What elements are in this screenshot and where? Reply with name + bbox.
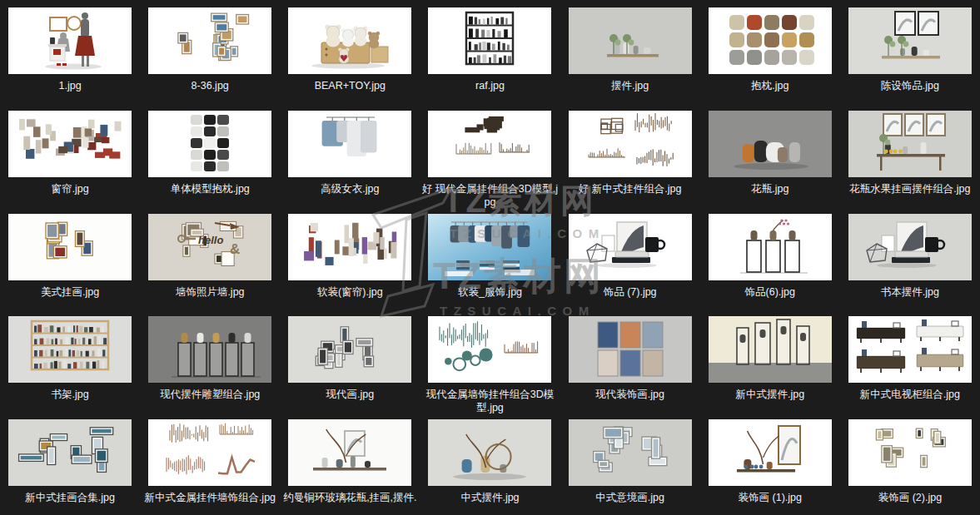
file-label: 现代金属墙饰挂件组合3D模型.jpg — [420, 388, 559, 414]
file-thumbnail — [288, 419, 411, 486]
file-thumbnail — [848, 419, 972, 486]
file-item[interactable]: 8-36.jpg — [140, 0, 280, 103]
file-label: BEAR+TOY.jpg — [315, 79, 386, 92]
file-thumbnail — [428, 419, 551, 486]
file-item[interactable]: 新中式电视柜组合.jpg — [840, 309, 980, 412]
file-item[interactable]: 1.jpg — [0, 0, 140, 103]
file-item[interactable]: 软装_服饰.jpg — [420, 206, 560, 309]
file-item[interactable]: 书架.jpg — [0, 309, 140, 412]
file-label: 花瓶水果挂画摆件组合.jpg — [849, 182, 970, 196]
file-label: 摆件.jpg — [611, 79, 649, 92]
file-label: raf.jpg — [475, 79, 505, 92]
file-grid: 1.jpg 8-36.jpg BEAR+TOY.jpg raf.jpg 摆件.j… — [0, 0, 980, 515]
file-label: 书本摆件.jpg — [881, 285, 939, 299]
file-item[interactable]: 单体模型抱枕.jpg — [140, 103, 280, 206]
file-label: 陈设饰品.jpg — [881, 79, 939, 92]
file-thumbnail — [709, 111, 832, 177]
file-item[interactable]: 花瓶.jpg — [700, 103, 840, 206]
file-thumbnail — [148, 111, 271, 177]
file-label: 好 新中式挂件组合.jpg — [579, 182, 682, 196]
file-thumbnail — [569, 111, 692, 177]
file-thumbnail — [709, 419, 832, 486]
file-label: 墙饰照片墙.jpg — [176, 285, 245, 299]
file-label: 现代摆件雕塑组合.jpg — [160, 388, 260, 401]
file-item[interactable]: 现代金属墙饰挂件组合3D模型.jpg — [420, 309, 560, 412]
file-label: 约曼铜环玻璃花瓶,挂画,摆件. — [283, 491, 416, 504]
file-label: 抱枕.jpg — [751, 79, 788, 92]
file-thumbnail: hello& — [148, 214, 271, 280]
file-item[interactable]: 中式意境画.jpg — [560, 412, 700, 515]
file-label: 单体模型抱枕.jpg — [171, 182, 250, 196]
file-label: 新中式摆件.jpg — [735, 388, 804, 401]
file-browser-canvas: { "page": { "background": "#1c1c1c", "la… — [0, 0, 980, 515]
file-item[interactable]: 中式摆件.jpg — [420, 412, 560, 515]
file-item[interactable]: 饰品(6).jpg — [700, 206, 840, 309]
file-item[interactable]: 抱枕.jpg — [700, 0, 840, 103]
file-item[interactable]: 新中式挂画合集.jpg — [0, 412, 140, 515]
file-thumbnail — [848, 214, 972, 280]
file-item[interactable]: 美式挂画.jpg — [0, 206, 140, 309]
file-thumbnail — [288, 7, 411, 74]
svg-text:&: & — [230, 241, 240, 257]
file-label: 中式意境画.jpg — [595, 491, 664, 504]
file-thumbnail — [8, 316, 132, 383]
file-thumbnail — [569, 316, 692, 383]
file-item[interactable]: hello& 墙饰照片墙.jpg — [140, 206, 280, 309]
file-thumbnail — [569, 419, 692, 486]
file-thumbnail — [709, 7, 832, 74]
file-item[interactable]: 窗帘.jpg — [0, 103, 140, 206]
file-item[interactable]: 现代画.jpg — [280, 309, 420, 412]
file-thumbnail — [8, 111, 132, 177]
file-item[interactable]: 好 新中式挂件组合.jpg — [560, 103, 700, 206]
file-label: 软装(窗帘).jpg — [317, 285, 382, 299]
file-thumbnail — [148, 419, 271, 486]
file-item[interactable]: raf.jpg — [420, 0, 560, 103]
file-item[interactable]: 摆件.jpg — [560, 0, 700, 103]
file-item[interactable]: 现代摆件雕塑组合.jpg — [140, 309, 280, 412]
file-label: 好 现代金属挂件组合3D模型.jpg — [420, 182, 559, 209]
file-item[interactable]: 新中式金属挂件墙饰组合.jpg — [140, 412, 280, 515]
file-label: 花瓶.jpg — [751, 182, 788, 196]
file-thumbnail — [148, 316, 271, 383]
file-label: 新中式挂画合集.jpg — [25, 491, 115, 504]
file-item[interactable]: 装饰画 (2).jpg — [840, 412, 980, 515]
file-label: 新中式电视柜组合.jpg — [860, 388, 960, 401]
file-thumbnail — [288, 111, 411, 177]
file-thumbnail — [848, 7, 972, 74]
file-item[interactable]: 书本摆件.jpg — [840, 206, 980, 309]
file-item[interactable]: BEAR+TOY.jpg — [280, 0, 420, 103]
file-label: 饰品 (7).jpg — [604, 285, 657, 299]
file-item[interactable]: 约曼铜环玻璃花瓶,挂画,摆件. — [280, 412, 420, 515]
file-thumbnail — [428, 316, 551, 383]
file-thumbnail — [288, 316, 411, 383]
file-thumbnail — [288, 214, 411, 280]
file-label: 软装_服饰.jpg — [458, 285, 522, 299]
file-label: 窗帘.jpg — [51, 182, 88, 196]
file-label: 高级女衣.jpg — [321, 182, 379, 196]
file-thumbnail — [569, 7, 692, 74]
file-thumbnail — [428, 214, 551, 280]
file-item[interactable]: 饰品 (7).jpg — [560, 206, 700, 309]
file-item[interactable]: 花瓶水果挂画摆件组合.jpg — [840, 103, 980, 206]
file-thumbnail — [8, 7, 132, 74]
file-label: 书架.jpg — [51, 388, 88, 401]
file-label: 现代装饰画.jpg — [595, 388, 664, 401]
file-item[interactable]: 现代装饰画.jpg — [560, 309, 700, 412]
svg-text:hello: hello — [198, 234, 223, 246]
file-label: 新中式金属挂件墙饰组合.jpg — [144, 491, 276, 504]
file-item[interactable]: 高级女衣.jpg — [280, 103, 420, 206]
file-thumbnail — [148, 7, 271, 74]
file-thumbnail — [428, 111, 551, 177]
file-thumbnail — [569, 214, 692, 280]
file-item[interactable]: 好 现代金属挂件组合3D模型.jpg — [420, 103, 560, 206]
file-item[interactable]: 装饰画 (1).jpg — [700, 412, 840, 515]
file-item[interactable]: 陈设饰品.jpg — [840, 0, 980, 103]
file-item[interactable]: 新中式摆件.jpg — [700, 309, 840, 412]
file-thumbnail — [848, 111, 972, 177]
file-thumbnail — [428, 7, 551, 74]
file-label: 现代画.jpg — [326, 388, 375, 401]
file-item[interactable]: 软装(窗帘).jpg — [280, 206, 420, 309]
file-label: 8-36.jpg — [192, 79, 229, 92]
file-label: 1.jpg — [59, 79, 82, 92]
file-thumbnail — [8, 419, 132, 486]
